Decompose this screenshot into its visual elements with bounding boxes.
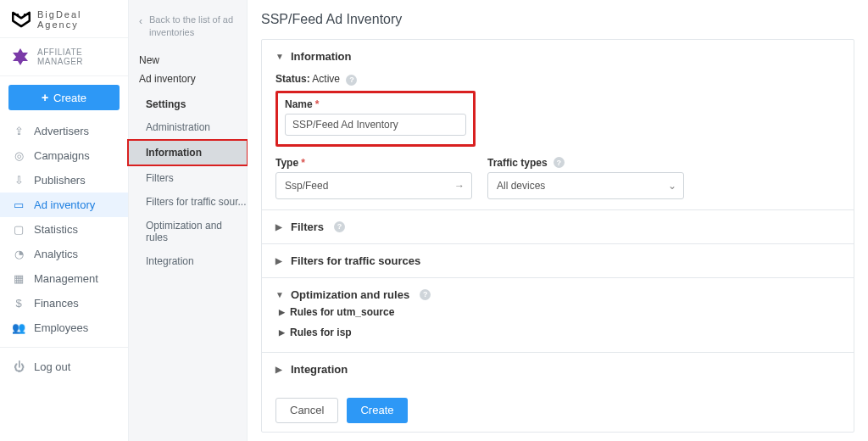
nav-label: Ad inventory bbox=[34, 198, 95, 211]
nav-label: Finances bbox=[34, 297, 79, 310]
cancel-button[interactable]: Cancel bbox=[275, 398, 338, 423]
brand-title: BigDeal bbox=[37, 9, 82, 20]
section-filters-ts: ▶ Filters for traffic sources bbox=[262, 244, 854, 278]
footer-buttons: Cancel Create bbox=[262, 386, 854, 432]
nav-label: Management bbox=[34, 272, 98, 285]
rule-label: Rules for utm_source bbox=[290, 306, 394, 318]
name-label-text: Name bbox=[285, 98, 313, 110]
role-row: AFFILIATE MANAGER bbox=[0, 37, 128, 76]
section-title: Filters for traffic sources bbox=[291, 254, 420, 267]
brand-logo-icon bbox=[10, 8, 32, 31]
upload-icon: ⇪ bbox=[12, 125, 25, 137]
section-head-filters-ts[interactable]: ▶ Filters for traffic sources bbox=[275, 254, 840, 267]
section-integration: ▶ Integration bbox=[262, 353, 854, 386]
status-label: Status: bbox=[275, 73, 310, 85]
nav-label: Advertisers bbox=[34, 125, 89, 137]
caret-down-icon: ▼ bbox=[275, 290, 284, 299]
brand: BigDeal Agency bbox=[0, 0, 128, 37]
nav-finances[interactable]: $Finances bbox=[0, 291, 128, 315]
create-button[interactable]: + Create bbox=[8, 85, 120, 110]
subnav-ad-inventory: Ad inventory bbox=[129, 70, 247, 92]
subnav-administration[interactable]: Administration bbox=[129, 115, 247, 139]
status-value: Active bbox=[312, 73, 340, 85]
form-panel: ▼ Information Status: Active ? Name * bbox=[261, 39, 854, 433]
sidebar-left: BigDeal Agency AFFILIATE MANAGER + Creat… bbox=[0, 0, 129, 441]
svg-point-1 bbox=[24, 14, 25, 15]
arrow-right-icon: → bbox=[454, 180, 465, 192]
traffic-select[interactable]: All devices ⌄ bbox=[487, 172, 684, 199]
nav-label: Log out bbox=[34, 360, 70, 373]
section-filters: ▶ Filters ? bbox=[262, 210, 854, 244]
create-button-label: Create bbox=[53, 92, 86, 104]
section-head-information[interactable]: ▼ Information bbox=[275, 50, 840, 63]
svg-marker-2 bbox=[13, 48, 28, 65]
nav-label: Statistics bbox=[34, 223, 78, 236]
caret-right-icon: ▶ bbox=[275, 365, 284, 374]
nav-publishers[interactable]: ⇩Publishers bbox=[0, 168, 128, 193]
subnav-opt-rules[interactable]: Optimization and rules bbox=[129, 214, 247, 249]
grid-icon: ▦ bbox=[12, 272, 25, 285]
rules-utm-source[interactable]: ▶ Rules for utm_source bbox=[275, 301, 840, 321]
subnav-integration[interactable]: Integration bbox=[129, 249, 247, 273]
avatar-icon bbox=[10, 47, 31, 67]
target-icon: ◎ bbox=[12, 149, 25, 162]
subnav-new: New bbox=[129, 51, 247, 70]
plus-icon: + bbox=[42, 91, 48, 104]
back-link[interactable]: ‹ Back to the list of ad inventories bbox=[129, 5, 247, 51]
subnav-filters[interactable]: Filters bbox=[129, 166, 247, 190]
highlighted-name-field: Name * bbox=[275, 91, 476, 147]
subnav: ‹ Back to the list of ad inventories New… bbox=[129, 0, 248, 441]
chevron-down-icon: ⌄ bbox=[668, 180, 676, 192]
help-icon[interactable]: ? bbox=[334, 221, 345, 232]
main-nav: ⇪Advertisers ◎Campaigns ⇩Publishers ▭Ad … bbox=[0, 119, 128, 340]
subnav-filters-ts[interactable]: Filters for traffic sour... bbox=[129, 190, 247, 214]
help-icon[interactable]: ? bbox=[346, 75, 357, 86]
name-input[interactable] bbox=[285, 114, 466, 136]
brand-name: BigDeal Agency bbox=[37, 9, 82, 30]
section-head-opt-rules[interactable]: ▼ Optimization and rules ? bbox=[275, 288, 840, 301]
section-information: ▼ Information Status: Active ? Name * bbox=[262, 40, 854, 210]
subnav-information[interactable]: Information bbox=[127, 139, 248, 166]
nav-management[interactable]: ▦Management bbox=[0, 266, 128, 291]
traffic-label: Traffic types bbox=[487, 157, 548, 169]
name-label: Name * bbox=[285, 98, 466, 110]
section-title: Filters bbox=[291, 220, 324, 233]
nav-label: Analytics bbox=[34, 248, 78, 260]
back-link-label: Back to the list of ad inventories bbox=[149, 14, 236, 39]
type-label: Type bbox=[275, 157, 298, 169]
caret-right-icon: ▶ bbox=[279, 328, 285, 337]
inventory-icon: ▭ bbox=[12, 198, 25, 211]
section-head-integration[interactable]: ▶ Integration bbox=[275, 363, 840, 376]
logout-icon: ⏻ bbox=[12, 360, 25, 373]
nav-ad-inventory[interactable]: ▭Ad inventory bbox=[0, 193, 128, 217]
rules-isp[interactable]: ▶ Rules for isp bbox=[275, 321, 840, 342]
nav-analytics[interactable]: ◔Analytics bbox=[0, 242, 128, 266]
section-head-filters[interactable]: ▶ Filters ? bbox=[275, 220, 840, 233]
type-field: Type * Ssp/Feed → bbox=[275, 157, 472, 199]
type-select[interactable]: Ssp/Feed → bbox=[275, 172, 472, 199]
rule-label: Rules for isp bbox=[290, 327, 352, 338]
section-opt-rules: ▼ Optimization and rules ? ▶ Rules for u… bbox=[262, 278, 854, 353]
nav-employees[interactable]: 👥Employees bbox=[0, 315, 128, 340]
nav-statistics[interactable]: ▢Statistics bbox=[0, 217, 128, 242]
chevron-left-icon: ‹ bbox=[139, 14, 142, 28]
role-text: AFFILIATE MANAGER bbox=[37, 47, 120, 66]
caret-down-icon: ▼ bbox=[275, 52, 284, 61]
nav-advertisers[interactable]: ⇪Advertisers bbox=[0, 119, 128, 143]
nav-campaigns[interactable]: ◎Campaigns bbox=[0, 143, 128, 168]
svg-point-0 bbox=[17, 14, 19, 15]
help-icon[interactable]: ? bbox=[420, 289, 431, 300]
required-star: * bbox=[315, 98, 320, 110]
download-icon: ⇩ bbox=[12, 174, 25, 187]
bar-chart-icon: ▢ bbox=[12, 223, 25, 236]
section-title: Information bbox=[291, 50, 352, 63]
help-icon[interactable]: ? bbox=[554, 157, 565, 168]
subnav-settings-head: Settings bbox=[129, 92, 247, 115]
nav-logout[interactable]: ⏻Log out bbox=[0, 354, 128, 379]
type-value: Ssp/Feed bbox=[285, 180, 328, 192]
caret-right-icon: ▶ bbox=[275, 256, 284, 265]
create-submit-button[interactable]: Create bbox=[347, 398, 407, 423]
nav-label: Employees bbox=[34, 321, 88, 334]
page-title: SSP/Feed Ad Inventory bbox=[261, 12, 854, 27]
nav-label: Publishers bbox=[34, 174, 86, 187]
